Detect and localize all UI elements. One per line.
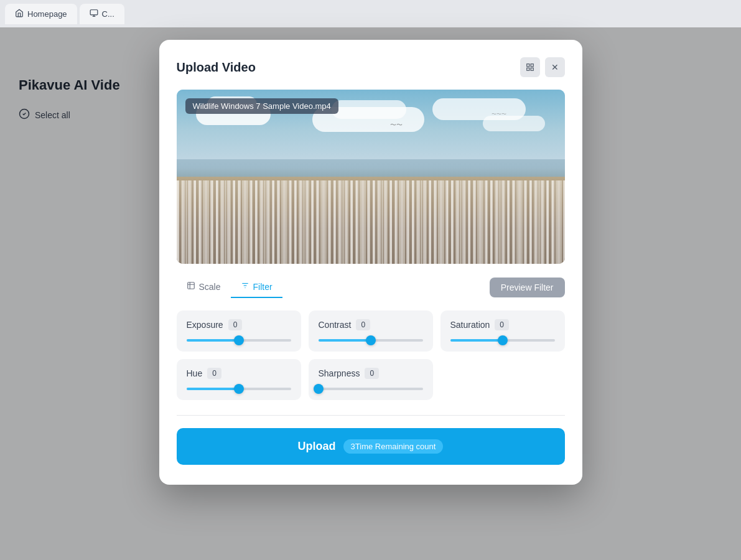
close-icon: ✕ [551, 62, 559, 72]
sliders-top-row: Exposure 0 [177, 310, 565, 352]
contrast-label: Contrast [319, 320, 352, 330]
filter-icon [241, 281, 249, 292]
upload-btn-label: Upload [298, 440, 336, 453]
home-icon [15, 9, 24, 19]
tab-scale-label: Scale [199, 282, 221, 292]
tab-current-label: C... [102, 9, 114, 19]
tab-filter-label: Filter [253, 282, 273, 292]
svg-rect-8 [187, 282, 194, 289]
hue-slider-card: Hue 0 [177, 359, 301, 400]
minimize-button[interactable] [520, 57, 540, 77]
sharpness-slider-card: Sharpness 0 [309, 359, 433, 400]
saturation-slider-card: Saturation 0 [440, 310, 565, 352]
close-button[interactable]: ✕ [545, 57, 565, 77]
tab-bar: Homepage C... [0, 0, 741, 27]
upload-video-modal: Upload Video ✕ [159, 40, 582, 485]
tab-filter[interactable]: Filter [231, 276, 282, 298]
modal-action-buttons: ✕ [520, 57, 565, 77]
tab-scale[interactable]: Scale [177, 276, 231, 298]
saturation-value: 0 [495, 319, 509, 330]
svg-rect-0 [90, 9, 98, 14]
hue-label: Hue [187, 368, 203, 378]
tab-group: Scale Filter [177, 276, 282, 298]
exposure-label-row: Exposure 0 [187, 319, 291, 330]
svg-rect-6 [531, 68, 533, 70]
page-content: Pikavue AI Vide Select all Upload Video [0, 27, 741, 560]
tab-homepage-label: Homepage [27, 9, 67, 19]
remaining-count-badge: 3Time Remaining count [343, 439, 444, 454]
filter-tabs-row: Scale Filter [177, 276, 565, 298]
sharpness-label-row: Sharpness 0 [319, 368, 423, 379]
tab-homepage[interactable]: Homepage [5, 4, 77, 24]
exposure-track [187, 339, 291, 342]
video-filename-badge: Wildlife Windows 7 Sample Video.mp4 [185, 98, 338, 114]
scale-icon [187, 281, 195, 292]
svg-rect-7 [526, 68, 529, 70]
sharpness-track [319, 388, 423, 390]
modal-overlay: Upload Video ✕ [0, 27, 741, 560]
exposure-label: Exposure [187, 320, 223, 330]
upload-button[interactable]: Upload 3Time Remaining count [177, 428, 565, 465]
contrast-track [319, 339, 423, 342]
modal-title: Upload Video [177, 60, 256, 75]
saturation-label-row: Saturation 0 [450, 319, 555, 330]
svg-rect-5 [531, 64, 533, 67]
hue-value: 0 [207, 368, 221, 379]
hue-track [187, 388, 291, 390]
browser-background: Homepage C... Pikavue AI Vide Selec [0, 0, 741, 560]
svg-rect-4 [526, 64, 529, 67]
exposure-value: 0 [228, 319, 243, 330]
saturation-track [450, 339, 555, 342]
modal-header: Upload Video ✕ [177, 57, 565, 77]
tab-current[interactable]: C... [80, 4, 124, 24]
monitor-icon [90, 9, 98, 19]
empty-slider-cell [440, 359, 565, 400]
contrast-value: 0 [356, 319, 370, 330]
preview-filter-button[interactable]: Preview Filter [490, 278, 565, 297]
hue-label-row: Hue 0 [187, 368, 291, 379]
exposure-slider-card: Exposure 0 [177, 310, 301, 352]
sharpness-label: Sharpness [319, 368, 360, 378]
contrast-label-row: Contrast 0 [319, 319, 423, 330]
divider [177, 415, 565, 416]
video-preview: 〜〜 〜〜〜 Wildlife Windows 7 Sample Video.m… [177, 90, 565, 264]
saturation-label: Saturation [450, 320, 490, 330]
contrast-slider-card: Contrast 0 [309, 310, 433, 352]
sliders-bottom-row: Hue 0 Sh [177, 359, 565, 400]
sharpness-value: 0 [365, 368, 379, 379]
